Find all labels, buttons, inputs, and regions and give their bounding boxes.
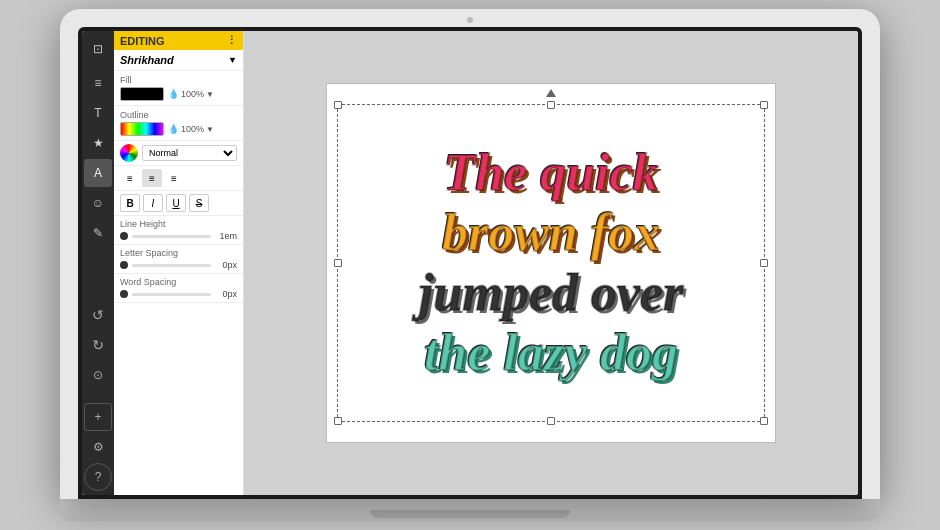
letter-spacing-slider-track[interactable] xyxy=(132,264,211,267)
outline-droplet-icon: 💧 xyxy=(168,124,179,134)
canvas-text-display: The quick brown fox jumped over the lazy… xyxy=(347,94,755,432)
emoji-tool[interactable]: ☺ xyxy=(84,189,112,217)
font-dropdown-icon[interactable]: ▼ xyxy=(228,55,237,65)
fill-droplet-icon: 💧 xyxy=(168,89,179,99)
text-line4: the lazy dog xyxy=(419,323,683,383)
outline-row: 💧 100% ▼ xyxy=(120,122,237,136)
word-spacing-row: Word Spacing 0px xyxy=(114,274,243,303)
strikethrough-button[interactable]: S xyxy=(189,194,209,212)
help-action[interactable]: ? xyxy=(84,463,112,491)
word-spacing-value: 0px xyxy=(215,289,237,299)
outline-label: Outline xyxy=(120,110,237,120)
font-name-row: Shrikhand ▼ xyxy=(114,50,243,71)
line-height-row: Line Height 1em xyxy=(114,216,243,245)
fill-section: Fill 💧 100% ▼ xyxy=(114,71,243,106)
handle-top-right[interactable] xyxy=(760,101,768,109)
align-right-btn[interactable]: ≡ xyxy=(164,169,184,187)
canvas-frame[interactable]: The quick brown fox jumped over the lazy… xyxy=(326,83,776,443)
fill-row: 💧 100% ▼ xyxy=(120,87,237,101)
word-spacing-label: Word Spacing xyxy=(120,277,237,287)
laptop-base xyxy=(60,499,880,521)
screen: ↖ ⊡ ⌕ ≡ T ★ A ☺ ✎ ↺ ↺ ⊙ xyxy=(82,31,858,495)
text-line3: jumped over xyxy=(419,263,683,323)
more-options-icon[interactable]: ⋮ xyxy=(226,34,237,47)
word-spacing-slider-thumb[interactable] xyxy=(120,290,128,298)
color-wheel-icon[interactable] xyxy=(120,144,138,162)
camera-dot xyxy=(467,17,473,23)
star-tool[interactable]: ★ xyxy=(84,129,112,157)
handle-bottom-left[interactable] xyxy=(334,417,342,425)
fill-color-swatch[interactable] xyxy=(120,87,164,101)
redo-action[interactable]: ↺ xyxy=(84,331,112,359)
fill-opacity-value: 100% xyxy=(181,89,204,99)
history-action[interactable]: ⊙ xyxy=(84,361,112,389)
line-height-slider-thumb[interactable] xyxy=(120,232,128,240)
screen-bezel: ↖ ⊡ ⌕ ≡ T ★ A ☺ ✎ ↺ ↺ ⊙ xyxy=(78,27,862,499)
crop-tool[interactable]: ⊡ xyxy=(84,35,112,63)
editing-side-panel: EDITING ⋮ Shrikhand ▼ Fill xyxy=(114,31,244,495)
underline-button[interactable]: U xyxy=(166,194,186,212)
add-layer[interactable]: + xyxy=(84,403,112,431)
align-left-btn[interactable]: ≡ xyxy=(120,169,140,187)
line-height-label: Line Height xyxy=(120,219,237,229)
letter-spacing-row: Letter Spacing 0px xyxy=(114,245,243,274)
canvas-area: The quick brown fox jumped over the lazy… xyxy=(244,31,858,495)
format-row: B I U S xyxy=(114,191,243,216)
blend-mode-row: Normal xyxy=(114,141,243,166)
outline-opacity-value: 100% xyxy=(181,124,204,134)
word-spacing-slider-track[interactable] xyxy=(132,293,211,296)
outline-opacity-arrow[interactable]: ▼ xyxy=(206,125,214,134)
outline-opacity-row: 💧 100% ▼ xyxy=(168,124,214,134)
fill-opacity-arrow[interactable]: ▼ xyxy=(206,90,214,99)
line-height-slider-container: 1em xyxy=(120,231,237,241)
text-line1: The quick xyxy=(419,143,683,203)
text-line2: brown fox xyxy=(419,203,683,263)
type-tool[interactable]: A xyxy=(84,159,112,187)
app-container: ↖ ⊡ ⌕ ≡ T ★ A ☺ ✎ ↺ ↺ ⊙ xyxy=(82,31,858,495)
settings-action[interactable]: ⚙ xyxy=(84,433,112,461)
laptop-shell: ↖ ⊡ ⌕ ≡ T ★ A ☺ ✎ ↺ ↺ ⊙ xyxy=(60,9,880,499)
paint-tool[interactable]: ✎ xyxy=(84,219,112,247)
fill-label: Fill xyxy=(120,75,237,85)
italic-button[interactable]: I xyxy=(143,194,163,212)
blend-mode-select[interactable]: Normal xyxy=(142,145,237,161)
outline-section: Outline 💧 100% ▼ xyxy=(114,106,243,141)
undo-action[interactable]: ↺ xyxy=(84,301,112,329)
letter-spacing-slider-container: 0px xyxy=(120,260,237,270)
handle-top-left[interactable] xyxy=(334,101,342,109)
word-spacing-slider-container: 0px xyxy=(120,289,237,299)
editing-header: EDITING ⋮ xyxy=(114,31,243,50)
fill-opacity-row: 💧 100% ▼ xyxy=(168,89,214,99)
text-tool[interactable]: T xyxy=(84,99,112,127)
editing-label: EDITING xyxy=(120,35,165,47)
toolbar-left: ↖ ⊡ ⌕ ≡ T ★ A ☺ ✎ ↺ ↺ ⊙ xyxy=(82,31,114,495)
text-align-row: ≡ ≡ ≡ xyxy=(114,166,243,191)
font-name: Shrikhand xyxy=(120,54,174,66)
line-height-value: 1em xyxy=(215,231,237,241)
bold-button[interactable]: B xyxy=(120,194,140,212)
handle-middle-left[interactable] xyxy=(334,259,342,267)
align-center-btn[interactable]: ≡ xyxy=(142,169,162,187)
line-height-slider-track[interactable] xyxy=(132,235,211,238)
handle-middle-right[interactable] xyxy=(760,259,768,267)
letter-spacing-value: 0px xyxy=(215,260,237,270)
outline-color-swatch[interactable] xyxy=(120,122,164,136)
laptop-hinge xyxy=(370,510,570,518)
handle-bottom-right[interactable] xyxy=(760,417,768,425)
layers-tool[interactable]: ≡ xyxy=(84,69,112,97)
letter-spacing-label: Letter Spacing xyxy=(120,248,237,258)
canvas-text-inner: The quick brown fox jumped over the lazy… xyxy=(419,143,683,382)
canvas-workspace[interactable]: The quick brown fox jumped over the lazy… xyxy=(244,31,858,495)
letter-spacing-slider-thumb[interactable] xyxy=(120,261,128,269)
